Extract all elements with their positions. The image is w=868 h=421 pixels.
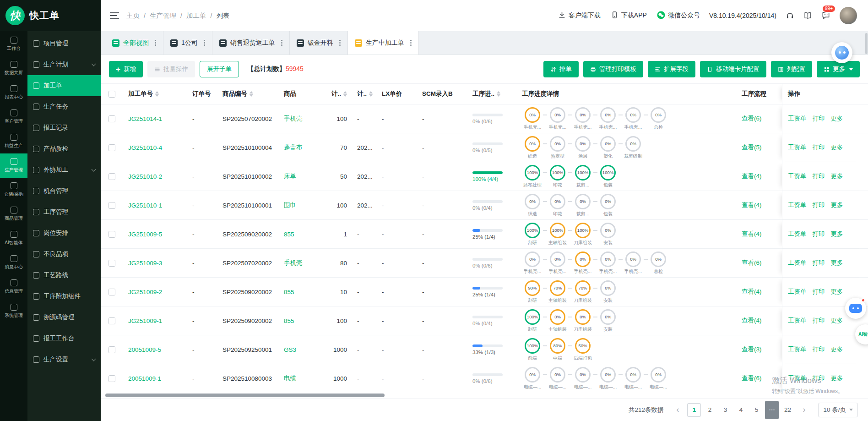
process-step[interactable]: 0%手机壳...	[572, 252, 593, 275]
row-checkbox[interactable]	[108, 231, 115, 238]
toolbar-button-5[interactable]: 列配置	[771, 61, 813, 77]
row-action-link-3[interactable]: 更多	[831, 115, 843, 123]
row-action-link-1[interactable]: 工资单	[788, 201, 807, 209]
tab-more-icon[interactable]	[281, 42, 282, 44]
toolbar-button-4[interactable]: 移动端卡片配置	[700, 61, 766, 77]
view-tab-5[interactable]: 生产中加工单	[348, 31, 419, 55]
menu-item-7[interactable]: 外协加工	[27, 159, 101, 180]
work-order-link[interactable]: JG251010-4	[128, 144, 162, 151]
row-action-link-2[interactable]: 打印	[813, 172, 825, 180]
view-flow-link[interactable]: 查看(4)	[742, 317, 762, 325]
process-step[interactable]: 100%主轴组装	[547, 223, 568, 246]
rail-item-9[interactable]: AI智能体	[0, 226, 27, 251]
process-step[interactable]: 0%手机壳...	[522, 252, 543, 275]
row-action-link-3[interactable]: 更多	[831, 345, 843, 354]
process-step[interactable]: 0%塑化	[597, 136, 618, 159]
menu-item-1[interactable]: 项目管理	[27, 33, 101, 54]
process-step[interactable]: 0%手机壳...	[547, 252, 568, 275]
select-all-checkbox[interactable]	[108, 91, 115, 98]
menu-item-15[interactable]: 报工工作台	[27, 328, 101, 349]
menu-item-2[interactable]: 生产计划	[27, 54, 101, 75]
process-step[interactable]: 100%裁剪...	[572, 165, 593, 188]
process-step[interactable]: 0%手机壳...	[623, 252, 644, 275]
rail-item-3[interactable]: 报表中心	[0, 81, 27, 105]
row-checkbox[interactable]	[108, 375, 115, 382]
sort-icon[interactable]	[497, 91, 500, 97]
row-action-link-2[interactable]: 打印	[813, 374, 825, 383]
process-step[interactable]: 0%总检	[648, 252, 669, 275]
work-order-link[interactable]: JG251009-5	[128, 231, 162, 238]
prev-page-button[interactable]: ‹	[671, 403, 684, 417]
rail-item-1[interactable]: 工作台	[0, 32, 27, 56]
toolbar-button-2[interactable]: 管理打印模板	[583, 61, 643, 77]
menu-item-14[interactable]: 溯源码管理	[27, 307, 101, 328]
row-action-link-3[interactable]: 更多	[831, 317, 843, 325]
process-step[interactable]: 0%织造	[522, 136, 543, 159]
process-step[interactable]: 100%刀库组装	[572, 223, 593, 246]
row-action-link-2[interactable]: 打印	[813, 201, 825, 209]
rail-item-7[interactable]: 仓储/采购	[0, 178, 27, 202]
view-flow-link[interactable]: 查看(5)	[742, 143, 762, 152]
row-action-link-2[interactable]: 打印	[813, 345, 825, 354]
menu-item-8[interactable]: 机台管理	[27, 180, 101, 202]
brand[interactable]: 快 快工单	[0, 0, 101, 31]
process-step[interactable]: 70%刀库组装	[572, 280, 593, 304]
row-action-link-2[interactable]: 打印	[813, 115, 825, 123]
topbar-link[interactable]: 微信公众号	[657, 11, 700, 21]
toolbar-button-6[interactable]: 更多	[817, 61, 860, 77]
topbar-link[interactable]: 客户端下载	[558, 11, 601, 20]
work-order-link[interactable]: JG251009-1	[128, 317, 162, 324]
process-step[interactable]: 0%涂层	[572, 136, 593, 159]
expand-children-button[interactable]: 展开子单	[200, 61, 239, 77]
tab-more-icon[interactable]	[410, 42, 412, 44]
view-flow-link[interactable]: 查看(4)	[742, 201, 762, 209]
product-link[interactable]: 855	[284, 317, 294, 324]
breadcrumb-item[interactable]: 主页	[126, 11, 140, 20]
row-action-link-2[interactable]: 打印	[813, 288, 825, 296]
process-step[interactable]: 0%安装	[597, 309, 618, 333]
process-step[interactable]: 50%后端打包	[572, 338, 593, 361]
process-step[interactable]: 70%主轴组装	[547, 280, 568, 304]
view-tab-3[interactable]: 销售退货返工单	[212, 31, 290, 55]
user-avatar[interactable]	[840, 7, 857, 24]
rail-item-5[interactable]: 精益生产	[0, 129, 27, 153]
menu-item-4[interactable]: 生产任务	[27, 96, 101, 117]
tab-more-icon[interactable]	[155, 42, 156, 44]
page-button[interactable]: 22	[781, 403, 794, 417]
row-action-link-2[interactable]: 打印	[813, 143, 825, 152]
menu-item-9[interactable]: 工序管理	[27, 202, 101, 223]
breadcrumb-item[interactable]: 生产管理	[150, 11, 176, 20]
row-action-link-1[interactable]: 工资单	[788, 288, 807, 296]
row-checkbox[interactable]	[108, 346, 115, 353]
rail-item-6[interactable]: 生产管理	[0, 153, 27, 178]
process-step[interactable]: 0%电缆—...	[572, 367, 593, 390]
process-step[interactable]: 0%手机壳...	[623, 107, 644, 131]
product-link[interactable]: 手机壳	[284, 115, 303, 123]
view-flow-link[interactable]: 查看(4)	[742, 230, 762, 238]
process-step[interactable]: 100%胚布处理	[522, 165, 543, 188]
sort-icon[interactable]	[343, 91, 347, 97]
row-checkbox[interactable]	[108, 289, 115, 295]
process-step[interactable]: 0%安装	[597, 280, 618, 304]
process-step[interactable]: 0%手机壳...	[597, 252, 618, 275]
row-action-link-3[interactable]: 更多	[831, 259, 843, 267]
breadcrumb-item[interactable]: 加工单	[186, 11, 206, 20]
page-button[interactable]: 2	[703, 403, 716, 417]
menu-item-13[interactable]: 工序附加组件	[27, 286, 101, 307]
product-link[interactable]: 围巾	[284, 201, 296, 209]
vertical-scrollbar-thumb[interactable]	[865, 33, 868, 54]
breadcrumb-item[interactable]: 列表	[217, 11, 230, 20]
manual-book-icon[interactable]	[803, 11, 812, 20]
row-action-link-3[interactable]: 更多	[831, 288, 843, 296]
row-action-link-1[interactable]: 工资单	[788, 115, 807, 123]
menu-item-11[interactable]: 不良品项	[27, 244, 101, 265]
row-action-link-2[interactable]: 打印	[813, 317, 825, 325]
view-tab-1[interactable]: 全部视图	[105, 31, 163, 55]
ai-assistant-button[interactable]: AI智能	[855, 324, 868, 344]
work-order-link[interactable]: 20051009-5	[128, 346, 161, 353]
work-order-link[interactable]: JG251010-1	[128, 202, 162, 209]
row-checkbox[interactable]	[108, 317, 115, 324]
process-step[interactable]: 0%手机壳...	[547, 107, 568, 131]
page-size-select[interactable]: 10 条/页	[818, 403, 858, 417]
page-button[interactable]: 1	[687, 403, 701, 417]
